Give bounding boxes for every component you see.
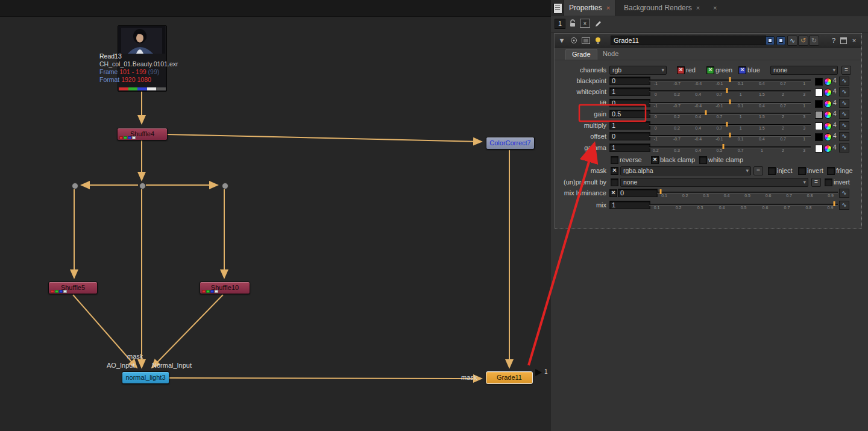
mix-input[interactable] xyxy=(609,201,650,209)
color-wheel-icon[interactable] xyxy=(824,133,832,141)
tab-grade[interactable]: Grade xyxy=(565,49,597,60)
offset-input[interactable] xyxy=(609,132,650,140)
gain-slider[interactable]: 00.20.40.711.523 xyxy=(649,109,811,119)
node-dot-left[interactable] xyxy=(72,183,78,189)
channel-red-checkbox[interactable] xyxy=(677,66,685,74)
close-panel-icon[interactable]: × xyxy=(849,36,859,45)
help-icon[interactable]: ? xyxy=(829,36,838,45)
color-wheel-icon[interactable] xyxy=(824,78,832,86)
center-node-icon[interactable] xyxy=(569,36,579,45)
channel-count[interactable]: 4 xyxy=(833,144,837,151)
pane-menu-icon[interactable] xyxy=(553,3,562,14)
node-shuffle4[interactable]: Shuffle4 xyxy=(117,128,168,140)
channel-count[interactable]: 4 xyxy=(833,122,837,128)
gamma-slider[interactable]: 0.20.30.40.50.7123 xyxy=(649,143,811,153)
tab-background-renders-close-icon[interactable]: × xyxy=(696,4,700,11)
redo-icon[interactable]: ↻ xyxy=(809,36,819,46)
node-normal-light3[interactable]: normal_light3 xyxy=(122,371,169,384)
gamma-color-swatch[interactable] xyxy=(815,145,823,153)
offset-slider[interactable]: -1-0.7-0.4-0.10.10.40.71 xyxy=(649,131,811,142)
color-wheel-icon[interactable] xyxy=(824,122,832,130)
unpremult-channel-dropdown[interactable]: none ▾ xyxy=(620,178,808,187)
color-wheel-icon[interactable] xyxy=(824,145,832,153)
inject-checkbox[interactable] xyxy=(768,167,776,175)
node-graph[interactable]: Read13 CH_col_01.Beauty.0101.exr Frame 1… xyxy=(0,0,551,431)
mix-luminance-checkbox[interactable] xyxy=(609,189,617,197)
color-wheel-icon[interactable] xyxy=(824,100,832,108)
mix-luminance-input[interactable] xyxy=(618,189,658,197)
panel-counter[interactable]: 1 xyxy=(555,19,565,29)
undo-icon[interactable]: ↺ xyxy=(798,36,808,46)
multiply-input[interactable] xyxy=(609,121,650,130)
viewer-connection-arrow[interactable] xyxy=(535,369,542,376)
channels-layer-dropdown[interactable]: none ▾ xyxy=(770,66,838,75)
mask-invert-checkbox[interactable] xyxy=(798,167,806,175)
unpremult-link-button[interactable]: = xyxy=(811,178,821,187)
blackpoint-color-swatch[interactable] xyxy=(815,78,823,86)
node-enabled-lightbulb-icon[interactable] xyxy=(593,36,603,45)
channel-green-checkbox[interactable] xyxy=(706,66,714,74)
pencil-icon[interactable] xyxy=(593,19,603,28)
color-wheel-icon[interactable] xyxy=(824,89,832,96)
mask-channel-dropdown[interactable]: rgba.alpha ▾ xyxy=(620,166,751,175)
mix-slider[interactable]: 0.10.20.30.40.50.60.70.80.9 xyxy=(649,200,838,210)
channel-count[interactable]: 4 xyxy=(833,88,837,95)
white-clamp-checkbox[interactable] xyxy=(699,156,707,164)
channels-link-button[interactable]: = xyxy=(841,66,851,75)
animation-curve-icon[interactable]: ∿ xyxy=(839,110,849,119)
channel-set-icon-1[interactable] xyxy=(766,36,775,45)
channel-count[interactable]: 4 xyxy=(833,99,837,106)
unpremult-invert-checkbox[interactable] xyxy=(825,178,832,186)
node-dot-middle[interactable] xyxy=(139,183,146,189)
animation-curve-icon[interactable]: ∿ xyxy=(839,121,849,130)
float-window-icon[interactable] xyxy=(838,36,848,45)
tab-properties-close-icon[interactable]: × xyxy=(606,4,610,11)
multiply-slider[interactable]: 00.20.40.711.523 xyxy=(649,121,811,131)
channel-count[interactable]: 4 xyxy=(833,133,837,139)
animation-curve-icon[interactable]: ∿ xyxy=(839,201,849,210)
tab-background-renders[interactable]: Background Renders × xyxy=(618,0,705,16)
gain-color-swatch[interactable] xyxy=(815,111,823,119)
mask-link-button[interactable]: = xyxy=(753,166,763,175)
animation-curve-icon[interactable]: ∿ xyxy=(839,132,849,141)
multiply-color-swatch[interactable] xyxy=(815,122,823,130)
lift-color-swatch[interactable] xyxy=(815,100,823,108)
channels-dropdown[interactable]: rgb ▾ xyxy=(609,66,667,75)
animation-curve-icon[interactable]: ∿ xyxy=(839,99,849,108)
animation-curve-icon[interactable]: ∿ xyxy=(839,87,849,96)
node-colorcorrect7[interactable]: ColorCorrect7 xyxy=(486,137,535,149)
channel-set-icon-2[interactable] xyxy=(776,36,785,45)
channel-count[interactable]: 4 xyxy=(833,110,837,117)
whitepoint-slider[interactable]: 00.20.40.711.523 xyxy=(649,87,811,97)
blackpoint-input[interactable] xyxy=(609,77,650,85)
node-grade11[interactable]: Grade11 xyxy=(486,371,533,384)
color-wheel-icon[interactable] xyxy=(824,111,832,119)
node-shuffle5[interactable]: Shuffle5 xyxy=(48,282,98,294)
whitepoint-input[interactable] xyxy=(609,87,650,96)
channel-blue-checkbox[interactable] xyxy=(738,66,746,74)
lock-icon[interactable] xyxy=(568,19,577,28)
close-all-panels-icon[interactable]: × xyxy=(580,19,590,28)
gamma-input[interactable] xyxy=(609,143,650,152)
animation-curve-icon[interactable]: ∿ xyxy=(839,143,849,153)
extra-tab-close-icon[interactable]: × xyxy=(713,4,717,11)
postage-stamp-icon[interactable] xyxy=(581,36,591,45)
tab-node[interactable]: Node xyxy=(597,49,624,59)
gain-input[interactable] xyxy=(609,110,650,118)
animation-curve-icon[interactable]: ∿ xyxy=(839,77,849,86)
lift-input[interactable] xyxy=(609,99,650,107)
tab-properties[interactable]: Properties × xyxy=(563,0,616,16)
node-shuffle10[interactable]: Shuffle10 xyxy=(200,282,250,294)
channel-count[interactable]: 4 xyxy=(833,77,837,84)
fringe-checkbox[interactable] xyxy=(827,167,835,175)
animation-curve-icon[interactable]: ∿ xyxy=(839,189,849,198)
whitepoint-color-swatch[interactable] xyxy=(815,89,823,96)
black-clamp-checkbox[interactable] xyxy=(651,156,659,164)
curve-editor-icon[interactable]: ∿ xyxy=(787,36,797,46)
node-dot-right[interactable] xyxy=(222,183,228,189)
node-title-field[interactable] xyxy=(611,36,766,45)
lift-slider[interactable]: -1-0.7-0.4-0.10.10.40.71 xyxy=(649,98,811,109)
mix-luminance-slider[interactable]: 0.10.20.30.40.50.60.70.80.9 xyxy=(657,188,838,198)
collapse-panel-icon[interactable]: ▼ xyxy=(557,36,567,45)
mask-checkbox[interactable] xyxy=(611,167,618,175)
